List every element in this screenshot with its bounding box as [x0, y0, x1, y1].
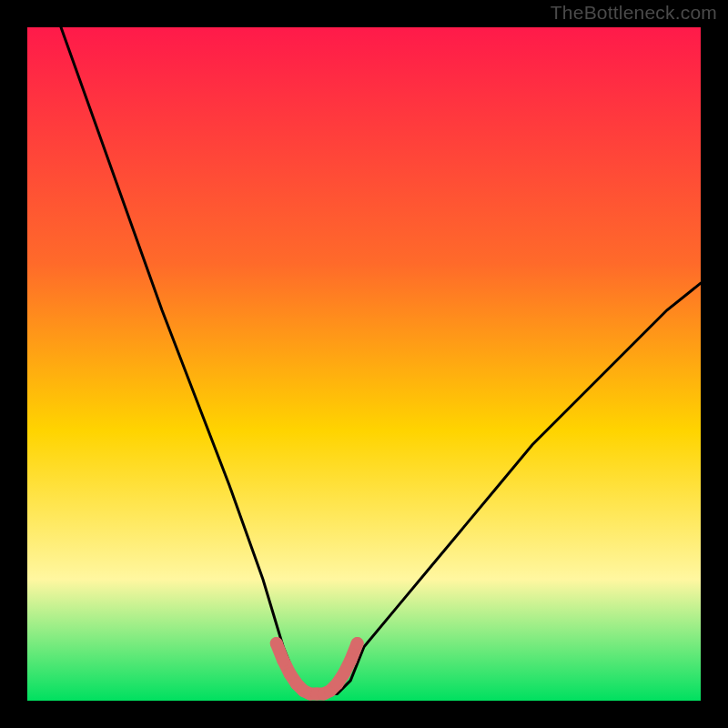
gradient-background: [27, 27, 701, 701]
optimal-marker: [338, 667, 350, 680]
optimal-marker: [270, 637, 283, 650]
bottleneck-chart: [27, 27, 701, 701]
optimal-marker: [351, 637, 364, 650]
watermark-text: TheBottleneck.com: [551, 2, 717, 24]
chart-frame: TheBottleneck.com: [0, 0, 728, 728]
optimal-marker: [277, 654, 289, 667]
optimal-marker: [344, 654, 357, 667]
plot-area: [27, 27, 701, 701]
